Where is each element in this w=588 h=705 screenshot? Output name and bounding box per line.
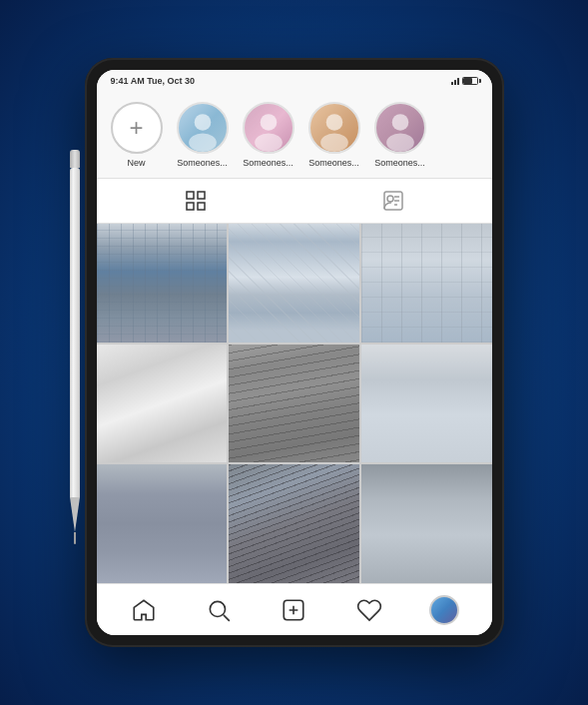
svg-line-15 [224,614,230,620]
tab-profile-view[interactable] [377,185,409,217]
status-icons [451,77,478,85]
nav-add[interactable] [274,590,313,630]
pencil-top [70,150,80,168]
story-avatar-3 [308,102,360,154]
battery-fill [463,78,473,84]
svg-point-7 [386,134,414,152]
nav-search[interactable] [199,590,239,630]
svg-point-14 [211,601,226,616]
status-time: 9:41 AM Tue, Oct 30 [111,76,196,86]
status-bar: 9:41 AM Tue, Oct 30 [97,70,492,92]
story-avatar-1 [177,102,229,154]
svg-point-2 [260,114,277,131]
story-new[interactable]: + New [109,102,165,168]
pencil-tip [70,497,80,532]
nav-profile[interactable] [424,590,464,630]
story-new-label: New [127,158,145,168]
story-item-3[interactable]: Someones... [306,102,362,168]
signal-icon [451,77,459,85]
svg-point-0 [194,114,211,131]
story-item-1[interactable]: Someones... [175,102,231,168]
story-label-1: Someones... [177,158,228,168]
photo-cell-8[interactable] [229,464,359,583]
pencil-body [70,168,80,497]
view-tabs [97,179,492,224]
photo-cell-5[interactable] [229,345,359,463]
svg-rect-9 [198,192,205,199]
photo-cell-9[interactable] [361,464,492,583]
ipad-screen: 9:41 AM Tue, Oct 30 + New [97,70,492,635]
story-avatar-4 [374,102,426,154]
svg-rect-11 [198,203,205,210]
battery-icon [462,77,478,85]
svg-point-6 [391,114,408,131]
story-label-3: Someones... [308,158,359,168]
photo-cell-2[interactable] [229,224,359,343]
stories-row: + New Someones... [97,92,492,179]
bottom-nav [97,583,492,635]
story-avatar-2 [243,102,294,154]
svg-rect-10 [187,203,194,210]
nav-likes[interactable] [349,590,389,630]
photo-cell-6[interactable] [361,345,492,463]
photo-cell-1[interactable] [97,224,228,343]
svg-point-5 [320,134,348,152]
ipad-device: 9:41 AM Tue, Oct 30 + New [85,58,504,647]
story-item-2[interactable]: Someones... [241,102,296,168]
svg-point-3 [255,134,283,152]
story-item-4[interactable]: Someones... [372,102,428,168]
svg-point-1 [189,134,217,152]
photo-cell-7[interactable] [97,464,228,583]
svg-rect-8 [187,192,194,199]
pencil-point [74,532,76,544]
story-label-2: Someones... [243,158,294,168]
story-new-button[interactable]: + [111,102,163,154]
apple-pencil [68,150,82,529]
photo-grid [97,224,492,583]
svg-point-4 [325,114,342,131]
plus-icon: + [129,116,143,140]
tab-grid[interactable] [180,185,212,217]
nav-home[interactable] [124,590,164,630]
photo-cell-3[interactable] [361,224,492,343]
profile-avatar [429,595,459,625]
story-label-4: Someones... [374,158,425,168]
svg-point-13 [387,196,393,202]
photo-cell-4[interactable] [97,345,228,463]
